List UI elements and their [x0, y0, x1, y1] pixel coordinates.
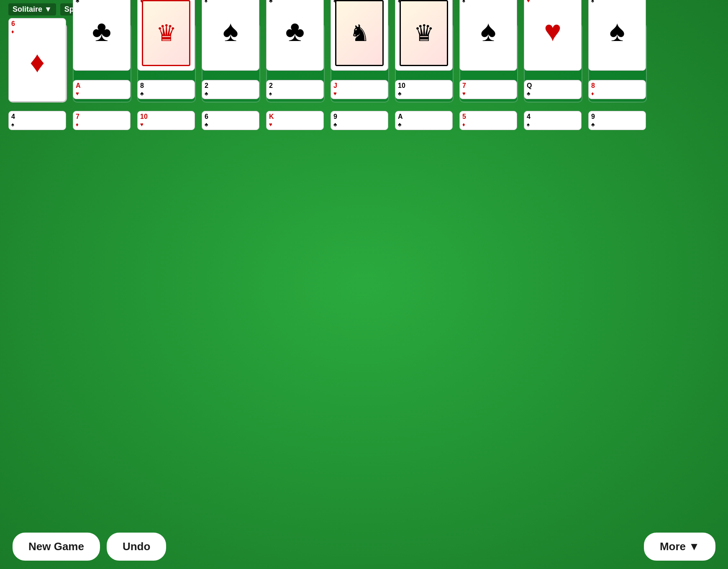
new-game-button[interactable]: New Game	[13, 533, 100, 561]
column-5[interactable]: 9♣J♥A♦J♠J♣♞	[331, 111, 389, 236]
bottom-left-buttons: New Game Undo	[13, 533, 166, 561]
tableau: 4♠7♣6♥6♦♦7♦A♥9♦5♣7♣♣10♥8♣K♦9♥Q♦♛6♣2♣J♠10…	[8, 111, 720, 236]
card-3-4[interactable]: 8♠♠	[202, 0, 259, 71]
card-2-1[interactable]: 8♣	[137, 80, 195, 99]
column-0[interactable]: 4♠7♣6♥6♦♦	[8, 111, 67, 236]
solitaire-menu-button[interactable]: Solitaire ▼	[8, 3, 56, 15]
game-area: 4♠7♣6♥6♦♦7♦A♥9♦5♣7♣♣10♥8♣K♦9♥Q♦♛6♣2♣J♠10…	[0, 19, 728, 241]
card-9-1[interactable]: 8♦	[588, 80, 646, 99]
card-4-1[interactable]: 2♠	[266, 80, 324, 99]
column-6[interactable]: A♣10♣4♣2♦Q♠♛	[395, 111, 454, 236]
column-7[interactable]: 5♦7♥6♦A♠10♠♠	[459, 111, 518, 236]
card-5-1[interactable]: J♥	[331, 80, 388, 99]
card-8-1[interactable]: Q♣	[524, 80, 582, 99]
card-3-1[interactable]: 2♣	[202, 80, 259, 99]
card-6-0[interactable]: A♣	[395, 111, 453, 130]
card-8-0[interactable]: 4♠	[524, 111, 582, 130]
card-0-0[interactable]: 4♠	[8, 111, 66, 130]
column-3[interactable]: 6♣2♣J♠10♦8♠♠	[202, 111, 260, 236]
card-8-4[interactable]: 8♥♥	[524, 0, 582, 71]
bottom-bar: New Game Undo More ▼	[0, 533, 728, 561]
card-2-4[interactable]: Q♦♛	[137, 0, 195, 71]
card-7-4[interactable]: 10♠♠	[459, 0, 517, 71]
card-3-0[interactable]: 6♣	[202, 111, 259, 130]
card-7-1[interactable]: 7♥	[459, 80, 517, 99]
card-6-4[interactable]: Q♠♛	[395, 0, 453, 71]
card-5-4[interactable]: J♣♞	[331, 0, 388, 71]
column-2[interactable]: 10♥8♣K♦9♥Q♦♛	[137, 111, 196, 236]
card-1-1[interactable]: A♥	[73, 80, 131, 99]
column-8[interactable]: 4♠Q♣Q♠Q♥8♥♥	[524, 111, 582, 236]
card-0-3[interactable]: 6♦♦	[8, 18, 66, 102]
card-9-0[interactable]: 9♣	[588, 111, 646, 130]
bottom-right-buttons: More ▼	[644, 533, 715, 561]
card-1-0[interactable]: 7♦	[73, 111, 131, 130]
card-2-0[interactable]: 10♥	[137, 111, 195, 130]
column-4[interactable]: K♥2♠4♥K♥10♣♣	[266, 111, 325, 236]
card-1-4[interactable]: 7♣♣	[73, 0, 131, 71]
card-9-4[interactable]: 5♠♠	[588, 0, 646, 71]
card-5-0[interactable]: 9♣	[331, 111, 388, 130]
card-4-0[interactable]: K♥	[266, 111, 324, 130]
card-4-4[interactable]: 10♣♣	[266, 0, 324, 71]
undo-button[interactable]: Undo	[107, 533, 166, 561]
column-1[interactable]: 7♦A♥9♦5♣7♣♣	[73, 111, 131, 236]
column-9[interactable]: 9♣8♦5♦K♣5♠♠	[588, 111, 647, 236]
card-7-0[interactable]: 5♦	[459, 111, 517, 130]
card-6-1[interactable]: 10♣	[395, 80, 453, 99]
more-button[interactable]: More ▼	[644, 533, 715, 561]
